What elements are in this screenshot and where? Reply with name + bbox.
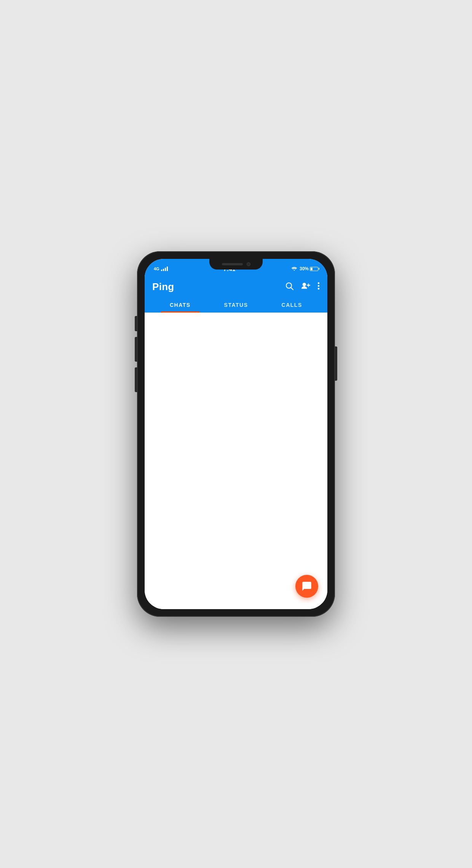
front-camera xyxy=(247,262,250,266)
signal-bar-3 xyxy=(165,268,166,271)
search-icon[interactable] xyxy=(285,281,294,293)
header-icons xyxy=(285,281,320,293)
battery-fill xyxy=(311,268,313,270)
volume-down-button xyxy=(135,367,137,392)
svg-point-5 xyxy=(318,282,320,284)
wifi-icon xyxy=(291,266,297,271)
app-header: Ping xyxy=(145,276,327,313)
notch xyxy=(209,259,263,270)
status-right: 30% xyxy=(291,266,318,271)
svg-point-2 xyxy=(303,282,306,286)
app-title: Ping xyxy=(152,281,174,293)
volume-up-button xyxy=(135,337,137,362)
tab-calls[interactable]: CALLS xyxy=(264,297,320,313)
new-chat-fab[interactable] xyxy=(295,575,318,598)
signal-bar-4 xyxy=(167,266,168,271)
chat-icon xyxy=(301,581,312,592)
svg-point-6 xyxy=(318,285,320,287)
header-top: Ping xyxy=(152,281,320,293)
signal-bar-1 xyxy=(161,270,162,271)
svg-line-1 xyxy=(291,287,293,290)
content-area xyxy=(145,313,327,609)
svg-point-7 xyxy=(318,288,320,290)
battery-percentage: 30% xyxy=(300,266,309,271)
speaker xyxy=(222,263,243,265)
more-options-icon[interactable] xyxy=(317,282,320,292)
volume-silent-button xyxy=(135,316,137,331)
tab-status[interactable]: STATUS xyxy=(208,297,264,313)
phone-frame: 4G 7:41 30% xyxy=(137,251,335,617)
battery-container: 30% xyxy=(300,266,318,271)
signal-bar-2 xyxy=(163,269,164,271)
power-button xyxy=(335,346,337,381)
status-left: 4G xyxy=(154,266,168,271)
network-type: 4G xyxy=(154,266,159,271)
tab-chats[interactable]: CHATS xyxy=(152,297,208,313)
phone-screen: 4G 7:41 30% xyxy=(145,259,327,609)
add-contact-icon[interactable] xyxy=(301,281,311,293)
signal-strength xyxy=(161,266,168,271)
tabs: CHATS STATUS CALLS xyxy=(152,297,320,313)
battery-icon xyxy=(310,267,318,271)
